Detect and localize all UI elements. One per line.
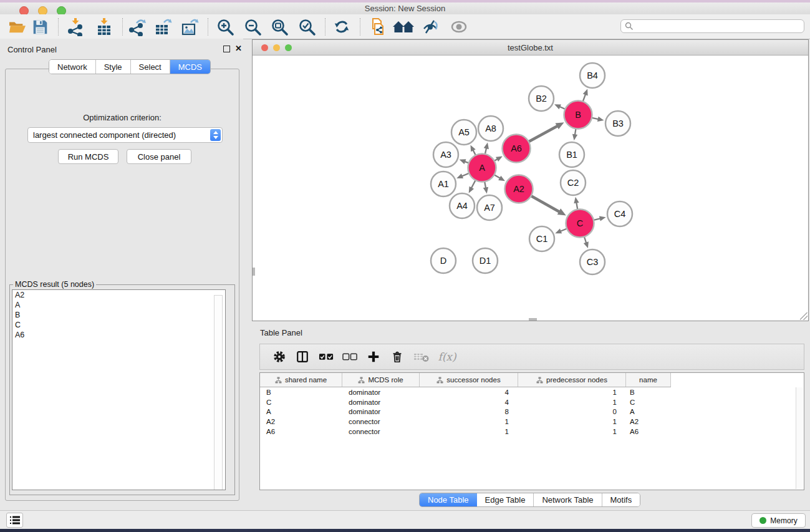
close-panel-button[interactable]: Close panel <box>127 149 191 164</box>
tab-style[interactable]: Style <box>96 60 131 74</box>
column-type-icon <box>436 377 443 384</box>
table-row[interactable]: A6connector11A6 <box>260 427 804 437</box>
graph-node-C4[interactable]: C4 <box>607 201 632 226</box>
column-label: shared name <box>285 376 327 384</box>
graph-node-A[interactable]: A <box>468 154 496 182</box>
graph-node-C1[interactable]: C1 <box>529 226 554 251</box>
graph-node-C2[interactable]: C2 <box>561 170 586 195</box>
node-label: A7 <box>484 203 495 213</box>
optimization-criterion-select[interactable]: largest connected component (directed) <box>27 127 223 143</box>
graph-node-B4[interactable]: B4 <box>580 63 605 88</box>
show-columns-button[interactable] <box>292 347 312 366</box>
column-header-MCDS-role[interactable]: MCDS role <box>342 373 420 387</box>
graph-node-A8[interactable]: A8 <box>478 116 503 141</box>
column-header-shared-name[interactable]: shared name <box>260 373 342 387</box>
network-canvas[interactable]: B4B2BB3A5A8A6B1A3AC2A1A2A4A7C4CC1C3DD1 <box>253 56 808 321</box>
node-label: A <box>479 163 485 173</box>
graph-node-D[interactable]: D <box>431 248 456 273</box>
cell-MCDS-role: connector <box>342 428 420 435</box>
export-network-button[interactable] <box>127 17 148 37</box>
mcds-result-item[interactable]: A <box>12 300 225 310</box>
table-row[interactable]: Cdominator41C <box>260 397 804 407</box>
run-mcds-button[interactable]: Run MCDS <box>58 149 118 164</box>
zoom-in-button[interactable] <box>215 17 236 37</box>
search-input[interactable] <box>620 19 804 33</box>
function-builder-button[interactable]: f(x) <box>433 347 461 366</box>
edge-arrowhead <box>572 134 577 141</box>
mcds-result-groupbox: MCDS result (5 nodes) A2ABCA6 <box>9 284 235 495</box>
table-scrollbar[interactable] <box>796 387 803 489</box>
import-table-button[interactable] <box>94 17 115 37</box>
duplicate-network-button[interactable] <box>367 17 388 37</box>
delete-table-button[interactable] <box>412 347 432 366</box>
memory-status-icon <box>759 517 766 524</box>
task-history-button[interactable] <box>6 513 23 528</box>
graph-node-B1[interactable]: B1 <box>559 142 584 167</box>
export-image-button[interactable] <box>180 17 201 37</box>
tab-select[interactable]: Select <box>131 60 170 74</box>
create-column-button[interactable] <box>364 347 383 366</box>
graph-node-B2[interactable]: B2 <box>529 86 554 111</box>
refresh-button[interactable] <box>331 17 352 37</box>
graph-node-A7[interactable]: A7 <box>477 195 502 220</box>
export-table-button[interactable] <box>153 17 174 37</box>
graph-node-A5[interactable]: A5 <box>451 120 476 145</box>
deselect-all-button[interactable] <box>340 347 360 366</box>
eye-button[interactable] <box>448 17 470 37</box>
table-settings-button[interactable] <box>269 347 289 366</box>
import-network-button[interactable] <box>65 17 86 37</box>
mcds-tab-content: Optimization criterion: largest connecte… <box>5 69 239 501</box>
control-panel-title: Control Panel <box>7 45 57 54</box>
toolbar-separator <box>208 18 208 36</box>
home-button[interactable] <box>393 17 414 37</box>
show-graphics-details-button[interactable] <box>420 17 441 37</box>
graph-node-A6[interactable]: A6 <box>503 135 531 163</box>
tab-motifs[interactable]: Motifs <box>602 493 640 506</box>
node-label: B3 <box>612 118 624 128</box>
save-session-button[interactable] <box>29 17 51 37</box>
tab-network[interactable]: Network <box>49 60 96 74</box>
table-row[interactable]: Adominator80A <box>260 407 804 417</box>
graph-node-B[interactable]: B <box>564 101 592 129</box>
table-row[interactable]: Bdominator41B <box>260 387 804 397</box>
desktop-strip <box>0 529 810 532</box>
column-header-predecessor-nodes[interactable]: predecessor nodes <box>518 373 626 387</box>
graph-node-A1[interactable]: A1 <box>431 172 456 196</box>
zoom-out-button[interactable] <box>242 17 263 37</box>
graph-node-C[interactable]: C <box>566 210 594 238</box>
tab-network-table[interactable]: Network Table <box>534 493 602 506</box>
toolbar-separator <box>122 18 123 36</box>
graph-node-C3[interactable]: C3 <box>580 249 605 274</box>
node-table[interactable]: shared nameMCDS rolesuccessor nodesprede… <box>259 372 804 490</box>
table-row[interactable]: A2connector11A2 <box>260 417 804 427</box>
close-panel-icon[interactable]: ✕ <box>235 45 242 52</box>
tab-edge-table[interactable]: Edge Table <box>477 493 534 506</box>
memory-button[interactable]: Memory <box>751 513 806 528</box>
column-header-name[interactable]: name <box>626 373 671 387</box>
column-header-successor-nodes[interactable]: successor nodes <box>420 373 518 387</box>
tab-mcds[interactable]: MCDS <box>170 60 210 74</box>
zoom-selected-button[interactable] <box>296 17 317 37</box>
mcds-result-item[interactable]: B <box>12 310 225 320</box>
mcds-result-item[interactable]: A2 <box>12 290 225 300</box>
graph-node-A4[interactable]: A4 <box>450 193 475 218</box>
edge-arrowhead <box>555 229 562 234</box>
network-window-titlebar[interactable]: testGlobe.txt <box>253 40 808 56</box>
column-label: MCDS role <box>368 376 403 384</box>
delete-column-button[interactable] <box>387 347 407 366</box>
graph-node-D1[interactable]: D1 <box>473 248 498 273</box>
graph-node-A2[interactable]: A2 <box>505 175 533 203</box>
mcds-result-list[interactable]: A2ABCA6 <box>12 289 226 490</box>
tab-node-table[interactable]: Node Table <box>420 493 477 506</box>
mcds-result-item[interactable]: A6 <box>12 330 225 340</box>
open-session-button[interactable] <box>7 17 28 37</box>
zoom-fit-button[interactable] <box>269 17 290 37</box>
graph-node-A3[interactable]: A3 <box>433 142 458 167</box>
select-all-button[interactable] <box>316 347 336 366</box>
resize-grip-icon[interactable] <box>800 312 808 320</box>
graph-node-B3[interactable]: B3 <box>605 111 630 136</box>
deselect-all-icon <box>342 352 358 361</box>
float-panel-icon[interactable] <box>223 46 230 52</box>
mcds-list-scrollbar[interactable] <box>214 295 223 490</box>
mcds-result-item[interactable]: C <box>12 320 225 330</box>
